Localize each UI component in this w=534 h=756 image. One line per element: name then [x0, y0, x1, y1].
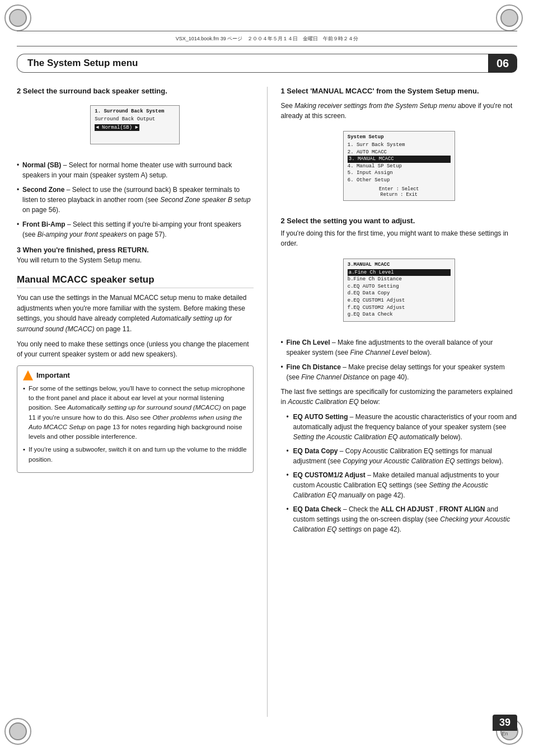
corner-decoration-bottom-left	[4, 718, 38, 752]
screen2-title: System Setup	[348, 134, 451, 140]
file-info: VSX_1014.book.fm 39 ページ ２００４年５月１４日 金曜日 午…	[20, 35, 514, 43]
section-body2: You only need to make these settings onc…	[17, 339, 254, 360]
right-step1-heading: 1 Select 'MANUAL MCACC' from the System …	[281, 87, 518, 95]
section-body1: You can use the settings in the Manual M…	[17, 293, 254, 334]
important-item-2: If you're using a subwoofer, switch it o…	[23, 445, 247, 464]
column-divider	[267, 87, 268, 717]
screen1-mockup: 1. Surround Back System Surround Back Ou…	[90, 105, 180, 144]
page-footer: 39 En	[493, 715, 517, 736]
chapter-title: The System Setup menu	[27, 58, 138, 69]
screen2-container: System Setup 1. Surr Back System 2. AUTO…	[281, 126, 518, 209]
screen3-container: 3.MANUAL MCACC a.Fine Ch Level b.Fine Ch…	[281, 254, 518, 330]
bullet-fine-ch-level: Fine Ch Level – Make fine adjustments to…	[281, 337, 518, 358]
bullet-eq-custom12-adjust: EQ CUSTOM1/2 Adjust – Make detailed manu…	[287, 470, 518, 500]
page-number: 39	[493, 715, 517, 731]
chapter-number: 06	[496, 57, 509, 70]
important-item-1: For some of the settings below, you'll h…	[23, 384, 247, 442]
important-label: Important	[36, 371, 70, 379]
chapter-header: The System Setup menu 06	[17, 54, 517, 73]
screen2-item-5: 6. Other Setup	[348, 177, 451, 184]
screen1-container: 1. Surround Back System Surround Back Ou…	[17, 101, 254, 152]
screen2-item-0: 1. Surr Back System	[348, 142, 451, 149]
header-bar: VSX_1014.book.fm 39 ページ ２００４年５月１４日 金曜日 午…	[17, 31, 517, 46]
screen1-value: ◄ Normal(SB) ►	[95, 124, 139, 132]
indented-bullet-list: EQ AUTO Setting – Measure the acoustic c…	[287, 412, 518, 534]
important-heading: Important	[23, 370, 247, 381]
step2-heading: 2 Select the surround back speaker setti…	[17, 87, 254, 95]
screen1-item: Surround Back Output	[95, 116, 175, 123]
right-step1-note: See Making receiver settings from the Sy…	[281, 101, 518, 121]
screen2-item-1: 2. AUTO MCACC	[348, 149, 451, 156]
right-bullet-list: Fine Ch Level – Make fine adjustments to…	[281, 337, 518, 382]
screen1-value-row: ◄ Normal(SB) ►	[95, 124, 175, 132]
bullet-eq-data-copy: EQ Data Copy – Copy Acoustic Calibration…	[287, 446, 518, 466]
chapter-number-box: 06	[488, 54, 517, 73]
screen2-footer: Enter : SelectReturn : Exit	[348, 186, 451, 198]
screen3-item-3: d.EQ Data Copy	[348, 290, 451, 297]
screen2-item-3: 4. Manual SP Setup	[348, 163, 451, 170]
important-list: For some of the settings below, you'll h…	[23, 384, 247, 464]
important-box: Important For some of the settings below…	[17, 365, 254, 473]
content-area: 2 Select the surround back speaker setti…	[17, 87, 517, 717]
step3-heading: 3 When you're finished, press RETURN.	[17, 246, 254, 254]
right-step2-note: If you're doing this for the first time,…	[281, 228, 518, 248]
screen1-title: 1. Surround Back System	[95, 109, 175, 114]
left-column: 2 Select the surround back speaker setti…	[17, 87, 254, 717]
screen3-title: 3.MANUAL MCACC	[348, 262, 451, 267]
step3-sub: You will return to the System Setup menu…	[17, 256, 254, 264]
screen2-item-2: 3. MANUAL MCACC	[348, 156, 451, 163]
bullet-front-biamp: Front Bi-Amp – Select this setting if yo…	[17, 219, 254, 240]
bullet-fine-ch-distance: Fine Ch Distance – Make precise delay se…	[281, 362, 518, 382]
right-step2-heading: 2 Select the setting you want to adjust.	[281, 217, 518, 225]
screen3-item-4: e.EQ CUSTOM1 Adjust	[348, 297, 451, 304]
bullet-eq-auto-setting: EQ AUTO Setting – Measure the acoustic c…	[287, 412, 518, 442]
screen3-item-0: a.Fine Ch Level	[348, 269, 451, 276]
chapter-title-box: The System Setup menu	[17, 54, 488, 73]
screen3-item-6: g.EQ Data Check	[348, 311, 451, 318]
bullet-second-zone: Second Zone – Select to use the (surroun…	[17, 185, 254, 215]
page-lang: En	[502, 731, 508, 736]
bullet-eq-data-check: EQ Data Check – Check the ALL CH ADJUST …	[287, 504, 518, 534]
left-bullet-list: Normal (SB) – Select for normal home the…	[17, 160, 254, 240]
screen3-mockup: 3.MANUAL MCACC a.Fine Ch Level b.Fine Ch…	[343, 259, 455, 322]
screen3-item-2: c.EQ AUTO Setting	[348, 283, 451, 290]
screen3-item-1: b.Fine Ch Distance	[348, 276, 451, 283]
additional-text: The last five settings are specifically …	[281, 387, 518, 407]
screen2-item-4: 5. Input Assign	[348, 170, 451, 177]
right-column: 1 Select 'MANUAL MCACC' from the System …	[281, 87, 518, 717]
section-heading: Manual MCACC speaker setup	[17, 274, 254, 288]
warning-triangle-icon	[23, 370, 33, 381]
bullet-normal-sb: Normal (SB) – Select for normal home the…	[17, 160, 254, 180]
screen3-item-5: f.EQ CUSTOM2 Adjust	[348, 304, 451, 312]
screen2-mockup: System Setup 1. Surr Back System 2. AUTO…	[343, 131, 455, 201]
